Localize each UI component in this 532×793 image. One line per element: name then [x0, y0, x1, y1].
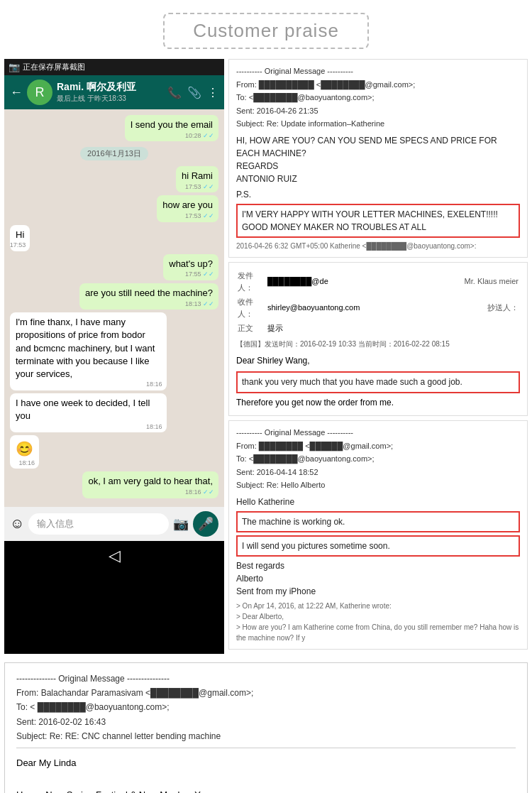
message-text: ok, I am very gald to hear that, [88, 476, 213, 486]
message-text: how are you [162, 199, 213, 210]
input-bar: ☺ 输入信息 📷 🎤 [4, 507, 224, 541]
message-time: 18:16 ✓✓ [185, 488, 214, 497]
message-row: ok, I am very gald to hear that, 18:16 ✓… [10, 471, 218, 498]
email-ps-highlight: I'M VERY HAPPY WITH YOUR LETTER MACHINES… [236, 204, 520, 238]
message-text: are you still need the machine? [85, 288, 213, 298]
mic-button[interactable]: 🎤 [193, 511, 218, 537]
email-from: From: ████████ <██████@gmail.com>; [236, 440, 520, 452]
attachment-icon[interactable]: 📎 [187, 86, 201, 99]
email-regards: Best regards [236, 559, 520, 572]
message-time: 18:16 [18, 459, 35, 468]
message-row: how are you 17:53 ✓✓ [10, 195, 218, 222]
email-note: 【德国】发送时间：2016-02-19 10:33 当前时间：2016-02-2… [236, 339, 520, 350]
page-header: Customer praise [0, 0, 532, 59]
sent-bubble: are you still need the machine? 18:13 ✓✓ [79, 283, 218, 310]
message-row: hi Rami 17:53 ✓✓ [10, 166, 218, 192]
email-divider-line: ---------- Original Message ---------- [236, 65, 520, 77]
message-text: 😊 [16, 441, 33, 456]
email-panel: ---------- Original Message ---------- F… [224, 59, 528, 654]
message-time: 18:16 [146, 422, 162, 432]
main-content: 📷 正在保存屏幕截图 ← R Rami. 啊尔及利亚 最后上线 于昨天18:33… [0, 59, 532, 658]
email-body-line: ANTONIO RUIZ [236, 173, 520, 185]
email-header-table: 发件人： ████████@de Mr. Klaus meier 收件人： sh… [236, 268, 520, 337]
page-title: Customer praise [163, 13, 369, 49]
email-sent: Sent: 2016-04-26 21:35 [236, 105, 520, 117]
sent-bubble: how are you 17:53 ✓✓ [157, 195, 218, 222]
email-sent-from: Sent from my iPhone [236, 585, 520, 598]
email-card-3: ---------- Original Message ---------- F… [228, 420, 528, 650]
message-time: 18:13 ✓✓ [185, 300, 214, 309]
email4-from: From: Balachandar Paramasivam <████████@… [16, 686, 516, 700]
email4-sent: Sent: 2016-02-02 16:43 [16, 715, 516, 729]
message-row: I'm fine thanx, I have many propositions… [10, 312, 218, 390]
sent-bubble: I send you the email 10:28 ✓✓ [125, 115, 218, 141]
email-body-line: Therefore you get now the order from me. [236, 396, 520, 410]
message-time: 10:28 ✓✓ [185, 131, 214, 141]
mr-label: Mr. Klaus meier [426, 270, 519, 295]
email-card-2: 发件人： ████████@de Mr. Klaus meier 收件人： sh… [228, 262, 528, 417]
email-footer: 2016-04-26 6:32 GMT+05:00 Katherine <███… [236, 241, 520, 251]
message-row: I send you the email 10:28 ✓✓ [10, 115, 218, 141]
phone-icon[interactable]: 📞 [167, 86, 182, 99]
emoji-button[interactable]: ☺ [10, 515, 24, 532]
email-body-line: REGARDS [236, 160, 520, 173]
received-bubble: Hi 17:53 [10, 225, 30, 251]
email-name: Alberto [236, 572, 520, 585]
email-highlight-1: The machine is working ok. [236, 511, 520, 532]
message-time: 17:53 ✓✓ [185, 182, 214, 192]
sent-bubble: ok, I am very gald to hear that, 18:16 ✓… [82, 471, 218, 498]
camera-icon: 📷 [9, 62, 20, 72]
message-time: 18:16 [146, 380, 162, 389]
nav-back-icon[interactable]: ◁ [109, 547, 121, 565]
message-text: Hi [16, 229, 24, 240]
navigation-bar: ◁ [4, 541, 224, 571]
received-bubble: I have one week to decided, I tell you 1… [10, 393, 167, 432]
flag-label: 正文 [238, 322, 266, 335]
chat-area: I send you the email 10:28 ✓✓ 2016年1月13日… [4, 109, 224, 507]
screenshot-label: 📷 正在保存屏幕截图 [4, 59, 224, 75]
email4-greeting: Dear My Linda [16, 755, 516, 771]
message-row: I have one week to decided, I tell you 1… [10, 393, 218, 432]
from-label: 发件人： [238, 270, 266, 295]
email-quote-1: > On Apr 14, 2016, at 12:22 AM, Katherin… [236, 601, 520, 611]
sent-bubble: hi Rami 17:53 ✓✓ [176, 166, 218, 192]
sent-bubble: what's up? 17:55 ✓✓ [163, 254, 218, 280]
message-input[interactable]: 输入信息 [28, 513, 169, 535]
menu-icon[interactable]: ⋮ [207, 86, 218, 99]
email-quote-3: > How are you? I am Katherine come from … [236, 622, 520, 643]
message-text: I have one week to decided, I tell you [16, 398, 150, 421]
message-time: 17:55 ✓✓ [185, 270, 214, 279]
message-text: I'm fine thanx, I have many propositions… [16, 317, 155, 379]
camera-button[interactable]: 📷 [173, 516, 189, 532]
contact-name: Rami. 啊尔及利亚 [57, 81, 163, 94]
email-subject: Subject: Re: Hello Alberto [236, 479, 520, 491]
whatsapp-topbar: ← R Rami. 啊尔及利亚 最后上线 于昨天18:33 📞 📎 ⋮ [4, 75, 224, 109]
email4-to: To: < ████████@baoyuantong.com>; [16, 700, 516, 714]
email-divider-line: ---------- Original Message ---------- [236, 427, 520, 439]
email-greeting: Hello Katherine [236, 496, 520, 508]
back-icon[interactable]: ← [10, 85, 23, 100]
email4-header: -------------- Original Message --------… [16, 672, 516, 749]
message-row: are you still need the machine? 18:13 ✓✓ [10, 283, 218, 310]
message-time: 17:53 [10, 241, 26, 250]
email-body: HI, HOW ARE YOU? CAN YOU SEND ME SPECS A… [236, 134, 520, 251]
whatsapp-panel: 📷 正在保存屏幕截图 ← R Rami. 啊尔及利亚 最后上线 于昨天18:33… [4, 59, 224, 654]
email-to: To: <████████@baoyuantong.com>; [236, 453, 520, 465]
date-pill: 2016年1月13日 [80, 147, 148, 160]
contact-last-seen: 最后上线 于昨天18:33 [57, 94, 163, 104]
contact-info: Rami. 啊尔及利亚 最后上线 于昨天18:33 [57, 81, 163, 104]
email-quote-2: > Dear Alberto, [236, 611, 520, 622]
contact-avatar: R [27, 80, 52, 105]
screenshot-text: 正在保存屏幕截图 [23, 62, 85, 72]
message-row: 😊 18:16 [10, 435, 218, 469]
email-card-1: ---------- Original Message ---------- F… [228, 59, 528, 258]
message-text: hi Rami [182, 170, 213, 181]
flag-val: 提示 [267, 322, 425, 335]
to-label: 收件人： [238, 296, 266, 321]
from-val: ████████@de [267, 270, 425, 295]
message-row: Hi 17:53 [10, 225, 218, 251]
email-ps-label: P.S. [236, 188, 520, 201]
message-row: what's up? 17:55 ✓✓ [10, 254, 218, 280]
email-subject: Subject: Re: Update information–Katherin… [236, 118, 520, 130]
email-highlight-2: I will send you pictures sometime soon. [236, 535, 520, 557]
